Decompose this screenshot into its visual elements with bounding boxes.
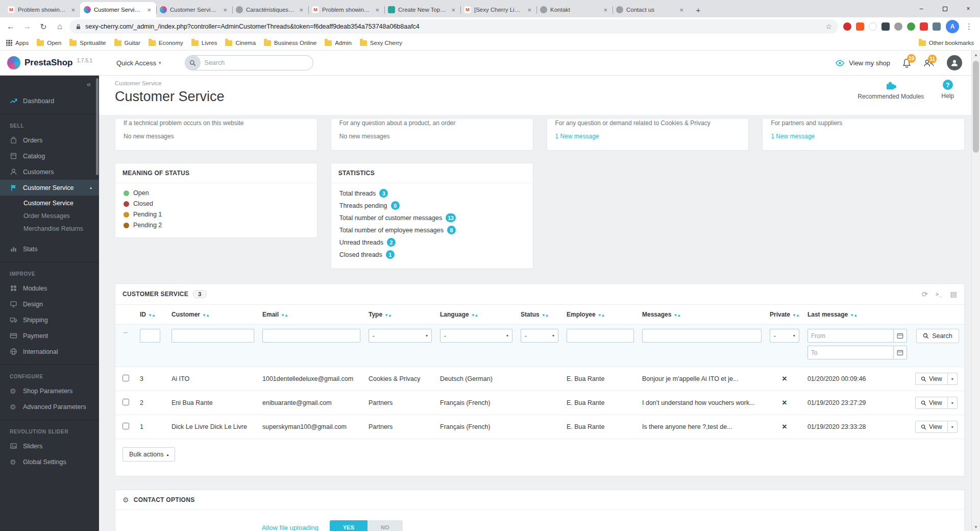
browser-tab[interactable]: Contact us × [612, 2, 689, 17]
sort-icon[interactable]: ▼▲ [471, 313, 478, 318]
user-avatar[interactable] [947, 55, 962, 70]
table-row[interactable]: 1 Dick Le Livre Dick Le Livre superskyma… [115, 415, 964, 439]
sort-icon[interactable]: ▼▲ [384, 313, 391, 318]
browser-tab[interactable]: Customer Service • Sex... × [156, 2, 232, 17]
scroll-up-arrow-icon[interactable]: ▲ [972, 51, 980, 59]
calendar-icon[interactable] [893, 329, 907, 343]
extension-icon-7[interactable] [920, 22, 928, 31]
tab-close-icon[interactable]: × [145, 6, 153, 14]
refresh-icon[interactable]: ⟳ [922, 290, 928, 298]
bookmark-folder[interactable]: Admin [325, 40, 352, 46]
browser-tab-active[interactable]: Customer Service • Sex... × [80, 2, 156, 17]
sort-icon[interactable]: ▼▲ [148, 313, 155, 318]
status-filter-select[interactable]: -▾ [521, 329, 558, 343]
sort-icon[interactable]: ▼▲ [673, 313, 680, 318]
url-text[interactable]: sexy-cherry.com/_admin_/index.php?contro… [85, 23, 821, 30]
tab-close-icon[interactable]: × [678, 6, 685, 14]
column-header-customer[interactable]: Customer▼▲ [167, 305, 258, 325]
bookmark-folder[interactable]: Livres [191, 40, 217, 46]
sidebar-scrollbar[interactable] [96, 78, 99, 175]
allow-file-uploading-toggle[interactable]: YES NO [330, 520, 403, 531]
sidebar-item-shipping[interactable]: Shipping [0, 312, 99, 328]
prestashop-logo[interactable]: PrestaShop 1.7.5.1 [0, 56, 116, 69]
column-header-id[interactable]: ID▼▲ [136, 305, 167, 325]
bookmark-folder[interactable]: Business Online [264, 40, 316, 46]
browser-tab[interactable]: M Problem showing up p... × [4, 2, 80, 17]
quick-access-dropdown[interactable]: Quick Access ▾ [116, 59, 161, 67]
sidebar-item-catalog[interactable]: Catalog [0, 148, 99, 164]
messages-filter-input[interactable] [642, 329, 762, 343]
tab-close-icon[interactable]: × [450, 6, 457, 14]
tab-close-icon[interactable]: × [374, 6, 381, 14]
bookmark-folder[interactable]: Sexy Cherry [360, 40, 402, 46]
tab-close-icon[interactable]: × [222, 6, 229, 14]
home-button[interactable]: ⌂ [53, 22, 66, 31]
sort-icon[interactable]: ▼▲ [850, 313, 857, 318]
bookmark-folder[interactable]: Cinema [225, 40, 256, 46]
window-maximize-button[interactable] [933, 0, 957, 17]
extension-icon-3[interactable] [869, 22, 877, 31]
search-input[interactable] [201, 59, 313, 66]
sidebar-subitem-merchandise-returns[interactable]: Merchandise Returns [0, 222, 99, 235]
view-button[interactable]: View [915, 373, 948, 385]
extension-icon-2[interactable] [856, 22, 864, 31]
row-checkbox[interactable] [122, 399, 129, 405]
private-filter-select[interactable]: -▾ [770, 329, 799, 343]
view-button[interactable]: View [915, 421, 948, 433]
column-header-last-message[interactable]: Last message▼▲ [803, 305, 911, 325]
sidebar-item-design[interactable]: Design [0, 296, 99, 312]
table-row[interactable]: 2 Eni Bua Rante enibuarante@gmail.com Pa… [115, 391, 964, 415]
page-scrollbar[interactable]: ▲ ▼ [971, 51, 980, 531]
sidebar-item-payment[interactable]: Payment [0, 328, 99, 344]
date-to-input[interactable] [807, 346, 893, 359]
row-checkbox[interactable] [122, 375, 129, 381]
sidebar-item-sliders[interactable]: Sliders [0, 438, 99, 454]
forward-button[interactable]: → [20, 22, 34, 31]
bulk-actions-button[interactable]: Bulk actions▴ [122, 447, 175, 462]
tab-close-icon[interactable]: × [69, 6, 77, 14]
back-button[interactable]: ← [4, 22, 17, 31]
column-header-private[interactable]: Private▼▲ [766, 305, 803, 325]
browser-tab[interactable]: M Problem showing up p... × [308, 2, 384, 17]
export-icon[interactable]: ▤ [950, 290, 957, 298]
sort-icon[interactable]: ▼▲ [542, 313, 549, 318]
calendar-icon[interactable] [893, 346, 907, 359]
column-header-messages[interactable]: Messages▼▲ [638, 305, 766, 325]
site-lock-icon[interactable] [76, 23, 81, 30]
sidebar-item-international[interactable]: International [0, 344, 99, 359]
header-search[interactable] [185, 55, 313, 70]
bookmark-folder[interactable]: Economy [149, 40, 183, 46]
language-filter-select[interactable]: -▾ [440, 329, 512, 343]
type-filter-select[interactable]: -▾ [369, 329, 432, 343]
sidebar-item-customer-service[interactable]: Customer Service ▴ [0, 180, 99, 196]
sidebar-item-shop-parameters[interactable]: ⚙ Shop Parameters [0, 383, 99, 399]
tab-close-icon[interactable]: × [298, 6, 305, 14]
sidebar-item-global-settings[interactable]: ⚙ Global Settings [0, 454, 99, 470]
reload-button[interactable]: ↻ [37, 22, 50, 32]
id-filter-input[interactable] [140, 329, 160, 343]
extension-icon-6[interactable] [907, 22, 915, 31]
sidebar-subitem-customer-service[interactable]: Customer Service [0, 197, 99, 209]
window-close-button[interactable]: × [957, 0, 980, 17]
column-header-type[interactable]: Type▼▲ [364, 305, 436, 325]
sidebar-item-orders[interactable]: Orders [0, 132, 99, 148]
recommended-modules-button[interactable]: Recommended Modules [857, 80, 924, 100]
toggle-yes[interactable]: YES [330, 520, 368, 531]
new-message-link[interactable]: 1 New message [555, 133, 741, 140]
new-tab-button[interactable]: + [692, 3, 705, 16]
search-icon[interactable] [185, 55, 201, 70]
view-my-shop-link[interactable]: View my shop [835, 59, 890, 67]
sidebar-subitem-order-messages[interactable]: Order Messages [0, 209, 99, 222]
sort-icon[interactable]: ▼▲ [792, 313, 799, 318]
table-row[interactable]: 3 Ai ITO 1001dentelledeluxe@gmail.com Co… [115, 367, 964, 391]
view-dropdown-button[interactable]: ▾ [947, 421, 958, 433]
window-minimize-button[interactable]: – [910, 0, 933, 17]
browser-tab[interactable]: M [Sexy Cherry Lingerie] S... × [460, 2, 536, 17]
bookmark-apps[interactable]: Apps [6, 40, 29, 46]
browser-menu-icon[interactable]: ⋮ [962, 22, 976, 31]
scroll-down-arrow-icon[interactable]: ▼ [972, 523, 980, 531]
email-filter-input[interactable] [262, 329, 360, 343]
sidebar-collapse-icon[interactable]: « [87, 80, 91, 88]
toggle-no[interactable]: NO [368, 520, 403, 531]
view-button[interactable]: View [915, 397, 948, 409]
